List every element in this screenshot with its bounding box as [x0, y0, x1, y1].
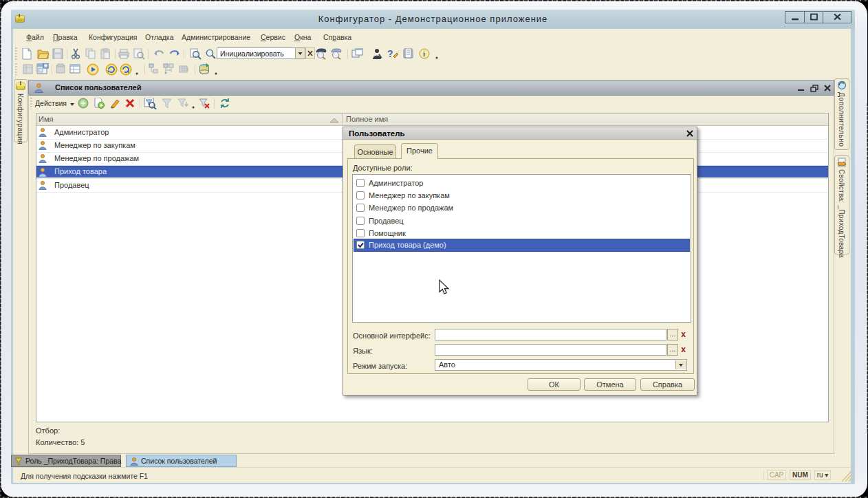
- svg-text:i: i: [423, 50, 425, 58]
- svg-text:?: ?: [387, 48, 393, 59]
